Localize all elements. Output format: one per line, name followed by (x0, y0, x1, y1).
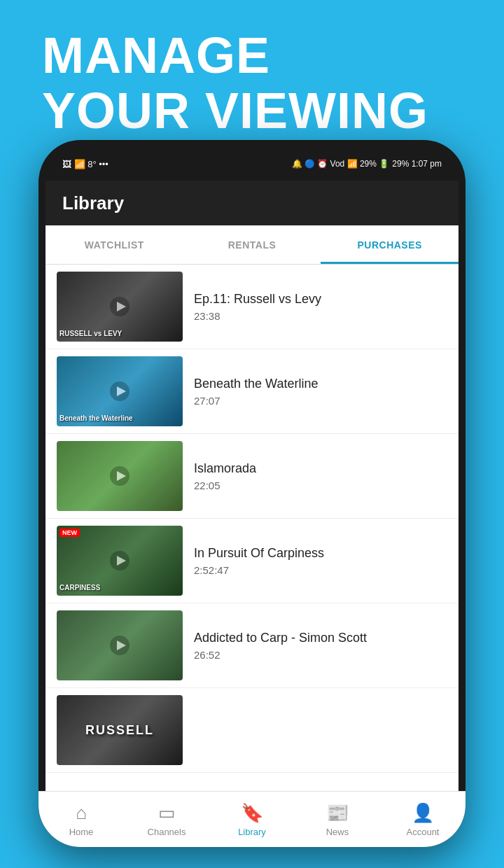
hero-line1: MANAGE (42, 28, 428, 83)
video-item-2[interactable]: Islamorada 22:05 (46, 434, 458, 519)
nav-library-label: Library (238, 827, 266, 837)
video-info-2: Islamorada 22:05 (194, 461, 447, 491)
video-title-2: Islamorada (194, 461, 447, 477)
video-title-3: In Pursuit Of Carpiness (194, 545, 447, 561)
nav-home[interactable]: ⌂ Home (46, 802, 124, 837)
video-duration-4: 26:52 (194, 649, 447, 661)
bottom-nav: ⌂ Home ▭ Channels 🔖 Library 📰 News 👤 Acc… (46, 791, 458, 840)
status-icons: 🖼 📶 8° ••• (62, 159, 108, 169)
status-left: 🖼 📶 8° ••• (62, 159, 108, 169)
video-thumb-2 (57, 441, 183, 511)
video-duration-0: 23:38 (194, 310, 447, 322)
phone-shell: 🖼 📶 8° ••• 🔔 🔵 ⏰ Vod 📶 29% 🔋 29% 1:07 pm… (38, 140, 465, 847)
news-icon: 📰 (326, 802, 349, 824)
video-title-1: Beneath the Waterline (194, 376, 447, 392)
video-duration-3: 2:52:47 (194, 564, 447, 576)
video-duration-1: 27:07 (194, 395, 447, 407)
video-item-3[interactable]: NEW CARPINESS In Pursuit Of Carpiness 2:… (46, 519, 458, 603)
status-indicators: 🔔 🔵 ⏰ Vod 📶 29% 🔋 (292, 159, 390, 169)
video-list: RUSSELL vs LEVY Ep.11: Russell vs Levy 2… (46, 265, 458, 840)
library-icon: 🔖 (241, 802, 263, 824)
hero-line2: YOUR VIEWING (42, 83, 428, 139)
account-icon: 👤 (412, 802, 434, 824)
video-info-4: Addicted to Carp - Simon Scott 26:52 (194, 630, 447, 661)
nav-news[interactable]: 📰 News (295, 802, 380, 837)
tab-rentals[interactable]: RENTALS (183, 225, 321, 264)
status-right: 🔔 🔵 ⏰ Vod 📶 29% 🔋 29% 1:07 pm (292, 159, 442, 169)
video-thumb-0: RUSSELL vs LEVY (57, 272, 183, 342)
nav-account[interactable]: 👤 Account (380, 802, 458, 837)
tabs-container: WATCHLIST RENTALS PURCHASES (46, 225, 458, 265)
video-item-5[interactable]: RUSSELL (46, 688, 458, 773)
video-item-0[interactable]: RUSSELL vs LEVY Ep.11: Russell vs Levy 2… (46, 265, 458, 349)
video-item-1[interactable]: Beneath the Waterline Beneath the Waterl… (46, 349, 458, 434)
video-duration-2: 22:05 (194, 479, 447, 491)
video-info-1: Beneath the Waterline 27:07 (194, 376, 447, 407)
nav-account-label: Account (407, 827, 440, 837)
video-info-0: Ep.11: Russell vs Levy 23:38 (194, 291, 447, 322)
status-bar: 🖼 📶 8° ••• 🔔 🔵 ⏰ Vod 📶 29% 🔋 29% 1:07 pm (46, 147, 458, 181)
video-thumb-3: NEW CARPINESS (57, 526, 183, 596)
nav-news-label: News (326, 827, 349, 837)
nav-channels[interactable]: ▭ Channels (124, 802, 209, 837)
video-thumb-1: Beneath the Waterline (57, 356, 183, 426)
tab-watchlist[interactable]: WATCHLIST (46, 225, 183, 264)
tab-purchases[interactable]: PURCHASES (321, 225, 458, 264)
video-thumb-5: RUSSELL (57, 695, 183, 765)
video-thumb-4 (57, 610, 183, 680)
nav-library[interactable]: 🔖 Library (209, 802, 295, 837)
video-title-0: Ep.11: Russell vs Levy (194, 291, 447, 307)
video-title-4: Addicted to Carp - Simon Scott (194, 630, 447, 646)
home-icon: ⌂ (76, 802, 87, 824)
nav-channels-label: Channels (148, 827, 186, 837)
library-title: Library (62, 192, 124, 214)
channels-icon: ▭ (158, 802, 176, 824)
app-header: Library (46, 181, 458, 225)
hero-text: MANAGE YOUR VIEWING (42, 28, 428, 139)
video-info-3: In Pursuit Of Carpiness 2:52:47 (194, 545, 447, 576)
video-item-4[interactable]: Addicted to Carp - Simon Scott 26:52 (46, 603, 458, 688)
status-time: 29% 1:07 pm (392, 159, 442, 169)
nav-home-label: Home (69, 827, 94, 837)
